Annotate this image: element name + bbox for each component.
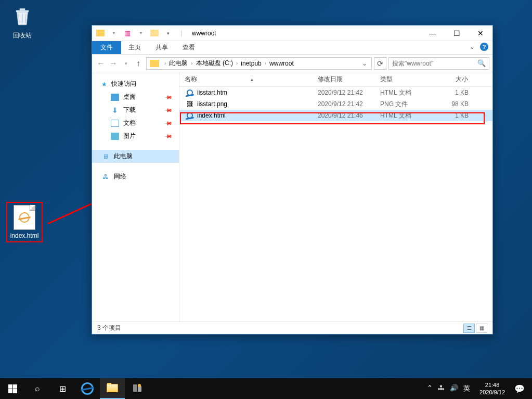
tray-network-icon[interactable]: 🖧 [438,384,445,393]
recycle-bin-icon[interactable]: 回收站 [4,4,41,40]
address-bar: ← → ▾ ↑ › 此电脑 › 本地磁盘 (C:) › inetpub › ww… [92,55,492,72]
sidebar-label: 文档 [123,119,136,127]
start-button[interactable] [0,378,25,399]
file-explorer-window: ▾ ▥ ▾ ▾ | wwwroot — ☐ ✕ 文件 主页 共享 查看 ⌄ ? … [92,25,493,334]
task-view-button[interactable]: ⊞ [50,378,75,399]
breadcrumb-dropdown-icon[interactable]: ⌄ [359,60,370,67]
qat-dropdown[interactable]: ▾ [108,28,120,39]
sidebar-downloads[interactable]: ⬇ 下载 📌 [92,104,179,117]
chevron-right-icon[interactable]: › [164,60,166,66]
col-type[interactable]: 类型 [375,75,437,84]
file-name: index.html [197,112,226,119]
sidebar-network[interactable]: 🖧 网络 [92,170,179,183]
desktop-file-label: index.html [9,232,40,239]
view-icons-icon[interactable]: ▦ [476,324,487,333]
tab-file[interactable]: 文件 [92,41,121,54]
col-size[interactable]: 大小 [437,75,474,84]
refresh-icon[interactable]: ⟳ [374,57,386,70]
file-type: HTML 文档 [375,88,437,97]
search-button[interactable]: ⌕ [25,378,50,399]
search-icon[interactable]: 🔍 [477,59,486,67]
chevron-right-icon[interactable]: › [265,60,266,66]
col-name[interactable]: 名称 ▲ [179,75,313,84]
sidebar-label: 图片 [123,132,136,140]
pc-icon: 🖥 [101,153,110,160]
view-details-icon[interactable]: ☰ [463,324,475,333]
status-bar: 3 个项目 ☰ ▦ [92,321,492,334]
search-box[interactable]: 🔍 [388,57,489,70]
sidebar-this-pc[interactable]: 🖥 此电脑 [92,150,179,163]
ribbon-tabs: 文件 主页 共享 查看 ⌄ ? [92,41,492,55]
sort-asc-icon: ▲ [250,77,254,82]
clock-date: 2020/9/12 [479,389,505,396]
sidebar-label: 网络 [114,172,126,181]
ribbon-expand-icon[interactable]: ⌄ [470,43,475,50]
pin-icon: 📌 [164,119,173,127]
col-date[interactable]: 修改日期 [313,75,375,84]
help-icon[interactable]: ? [480,43,488,51]
breadcrumb[interactable]: › 此电脑 › 本地磁盘 (C:) › inetpub › wwwroot ⌄ [146,57,372,70]
chevron-right-icon[interactable]: › [191,60,192,66]
tab-home[interactable]: 主页 [121,41,148,54]
minimize-button[interactable]: — [421,25,445,41]
file-row-selected[interactable]: index.html 2020/9/12 21:46 HTML 文档 1 KB [179,110,492,121]
notifications-icon[interactable]: 💬 [509,384,530,394]
sidebar-pictures[interactable]: 图片 📌 [92,130,179,143]
tray-up-icon[interactable]: ⌃ [427,384,433,393]
sidebar-documents[interactable]: 文档 📌 [92,117,179,130]
window-title: wwwroot [190,30,421,37]
titlebar: ▾ ▥ ▾ ▾ | wwwroot — ☐ ✕ [92,25,492,41]
search-input[interactable] [392,60,477,67]
sidebar-label: 下载 [123,106,136,114]
maximize-button[interactable]: ☐ [445,25,469,41]
file-date: 2020/9/12 21:42 [313,89,375,96]
qat-dropdown2[interactable]: ▾ [135,28,147,39]
sidebar-label: 桌面 [123,93,136,101]
file-size: 98 KB [437,100,474,108]
breadcrumb-root[interactable]: 此电脑 [169,59,188,68]
file-row[interactable]: iisstart.htm 2020/9/12 21:42 HTML 文档 1 K… [179,87,492,98]
tray-sound-icon[interactable]: 🔊 [450,384,458,393]
file-row[interactable]: 🖼iisstart.png 2020/9/12 21:42 PNG 文件 98 … [179,98,492,110]
taskbar: ⌕ ⊞ ⌃ 🖧 🔊 英 21:48 2020/9/12 💬 [0,378,532,399]
qat-overflow[interactable]: ▾ [162,28,174,39]
chevron-right-icon[interactable]: › [236,60,238,66]
tab-view[interactable]: 查看 [175,41,202,54]
sidebar-quick-access[interactable]: ★ 快速访问 [92,78,179,91]
list-header: 名称 ▲ 修改日期 类型 大小 [179,72,492,87]
taskbar-clock[interactable]: 21:48 2020/9/12 [475,381,509,396]
nav-back-icon[interactable]: ← [95,58,107,69]
desktop-icon [111,94,119,101]
close-button[interactable]: ✕ [469,25,492,41]
breadcrumb-drive[interactable]: 本地磁盘 (C:) [196,59,233,68]
taskbar-ie[interactable] [75,378,100,399]
clock-time: 21:48 [479,381,505,389]
ie-file-icon [186,88,194,97]
file-name: iisstart.png [197,100,227,108]
sidebar: ★ 快速访问 桌面 📌 ⬇ 下载 📌 文档 📌 图片 📌 [92,72,179,321]
status-text: 3 个项目 [97,324,121,332]
breadcrumb-dir2[interactable]: wwwroot [269,60,294,67]
taskbar-server-manager[interactable] [125,378,150,399]
qat-properties-icon[interactable]: ▥ [121,28,134,39]
breadcrumb-dir1[interactable]: inetpub [241,60,261,67]
breadcrumb-folder-icon [150,60,159,67]
qat-sep: | [175,28,188,39]
pin-icon: 📌 [164,93,173,101]
sidebar-label: 快速访问 [111,80,136,88]
qat-newfolder-icon[interactable] [148,28,161,39]
sidebar-desktop[interactable]: 桌面 📌 [92,91,179,104]
image-file-icon: 🖼 [186,100,194,108]
file-type: HTML 文档 [375,111,437,120]
svg-point-3 [138,384,141,387]
tab-share[interactable]: 共享 [148,41,175,54]
desktop-file-index[interactable]: index.html [6,202,43,242]
file-type: PNG 文件 [375,100,437,109]
pin-icon: 📌 [164,132,173,140]
taskbar-explorer[interactable] [100,378,125,399]
pin-icon: 📌 [164,106,173,114]
nav-history-icon[interactable]: ▾ [120,58,132,69]
qat-folder-icon[interactable] [94,28,107,39]
nav-up-icon[interactable]: ↑ [133,58,144,69]
tray-ime-icon[interactable]: 英 [463,384,470,393]
